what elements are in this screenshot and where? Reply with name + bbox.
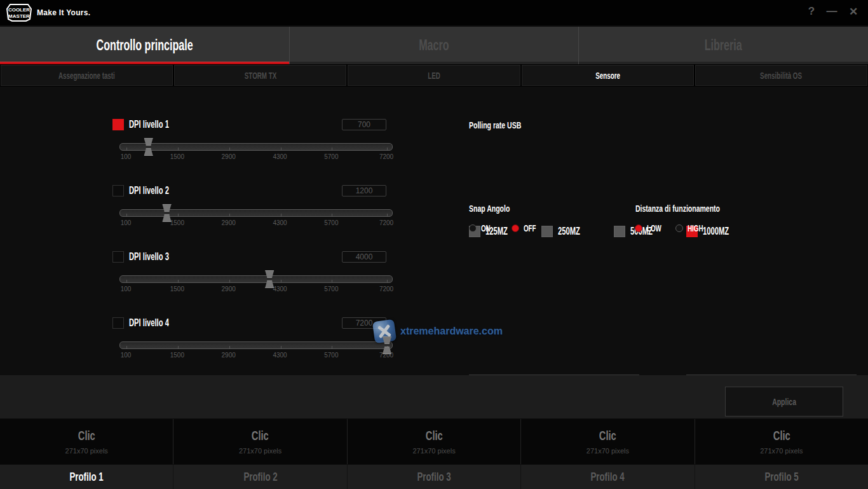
dpi-level-4-checkbox[interactable] [112,317,124,329]
dpi-level-3-slider-track[interactable] [119,275,393,283]
tick-mark [332,214,332,216]
dpi-level-3-tick-labels: 10015002900430057007200 [119,286,393,293]
subtab-sensore[interactable]: Sensore [522,65,694,86]
tick-mark [332,148,332,150]
polling-250-option[interactable]: 250MZ [541,226,590,237]
tab-libreria[interactable]: Libreria [578,27,868,64]
dpi-level-2-slider-track[interactable] [119,209,393,217]
tick-label: 4300 [273,286,287,293]
profile-1-preview[interactable]: Clic 271x70 pixels [0,419,173,464]
sub-tab-bar: Assegnazione tasti STORM TX LED Sensore … [0,64,868,86]
distance-label: Distanza di funzionamento [635,203,720,214]
tick-mark [126,148,127,150]
profile-3-preview[interactable]: Clic 271x70 pixels [348,419,521,464]
cm-storm-app-window: COOLER MASTER Make It Yours. ? — ✕ Contr… [0,0,868,489]
distance-low-radio[interactable] [635,224,642,232]
tab-macro[interactable]: Macro [289,27,579,64]
tab-controllo-principale[interactable]: Controllo principale [0,27,289,64]
tick-mark [332,280,332,282]
dpi-level-1-value-field[interactable]: 700 [342,119,386,130]
subtab-assegnazione-tasti[interactable]: Assegnazione tasti [1,65,173,86]
profile-5-preview[interactable]: Clic 271x70 pixels [695,419,868,464]
tick-mark [126,214,127,216]
dpi-level-1-slider-track[interactable] [119,143,393,151]
subtab-sensibilita-os[interactable]: Sensibilità OS [695,65,867,86]
xtremehardware-watermark: xtremehardware.com [374,320,503,342]
profile-tab-1[interactable]: Profilo 1 [0,465,173,489]
tick-mark [126,280,127,282]
cooler-master-logo-icon: COOLER MASTER [6,3,32,23]
tick-label: 2900 [222,153,236,160]
profile-4-preview[interactable]: Clic 271x70 pixels [521,419,695,464]
dpi-level-4-slider-track[interactable] [119,341,393,349]
profile-tab-4[interactable]: Profilo 4 [521,465,695,489]
distance-low-option[interactable]: LOW [635,223,668,233]
dpi-level-3-slider-handle[interactable] [264,270,275,288]
tick-mark [281,148,281,150]
subtab-led[interactable]: LED [348,65,520,86]
dpi-level-3-label: DPI livello 3 [129,251,169,263]
distance-high-option[interactable]: HIGH [675,223,710,233]
apply-bar: Applica [0,375,868,418]
dpi-level-1-slider-handle[interactable] [143,138,154,156]
dpi-level-2-value-field[interactable]: 1200 [342,185,386,196]
tick-label: 100 [121,219,132,226]
tick-label: 1500 [170,286,184,293]
dpi-level-1-label: DPI livello 1 [129,119,169,130]
profile-2-preview[interactable]: Clic 271x70 pixels [173,419,347,464]
distance-high-radio[interactable] [675,224,683,232]
tick-label: 1500 [170,153,184,160]
dpi-level-4-slider-handle[interactable] [382,336,393,354]
tick-mark [281,280,281,282]
tick-mark [387,148,388,150]
tick-label: 100 [121,286,132,293]
dpi-level-3-checkbox[interactable] [112,251,124,263]
snap-off-radio[interactable] [512,224,519,232]
tick-mark [229,280,230,282]
brand-tagline: Make It Yours. [37,8,90,17]
tick-label: 4300 [273,153,287,160]
apply-button[interactable]: Applica [725,387,843,417]
profile-tab-2[interactable]: Profilo 2 [173,465,347,489]
tick-label: 2900 [222,286,236,293]
dpi-level-2-tick-labels: 10015002900430057007200 [119,219,393,227]
snap-off-option[interactable]: OFF [512,223,541,233]
sensor-panel: DPI livello 1 700 1001500290043005700720… [0,86,868,375]
svg-text:COOLER: COOLER [8,7,30,13]
tick-label: 1500 [170,219,184,226]
help-icon[interactable]: ? [803,5,820,18]
tick-label: 2900 [222,219,236,226]
dpi-level-2-checkbox[interactable] [112,185,124,196]
tick-label: 7200 [379,153,393,160]
tick-label: 100 [121,352,132,359]
dpi-level-3-value-field[interactable]: 4000 [342,251,386,263]
tick-label: 4300 [273,352,287,359]
tick-mark [178,346,179,348]
snap-on-radio[interactable] [469,224,477,232]
profile-tab-5[interactable]: Profilo 5 [695,465,868,489]
main-tab-bar: Controllo principale Macro Libreria [0,27,868,64]
tick-mark [281,346,281,348]
tick-mark [229,214,230,216]
snap-on-option[interactable]: ON [469,223,494,233]
dpi-level-1-tick-labels: 10015002900430057007200 [119,153,393,161]
close-icon[interactable]: ✕ [845,5,862,18]
tick-label: 5700 [324,286,338,293]
tick-label: 4300 [273,219,287,226]
dpi-level-2-row: DPI livello 2 1200 100150029004300570072… [112,184,393,233]
profile-tab-3[interactable]: Profilo 3 [348,465,521,489]
dpi-level-2-slider-handle[interactable] [161,204,172,222]
polling-250-checkbox[interactable] [541,226,553,237]
subtab-storm-tx[interactable]: STORM TX [174,65,346,86]
snap-angle-label: Snap Angolo [469,203,510,214]
dpi-level-4-label: DPI livello 4 [129,317,169,329]
dpi-level-4-value-field[interactable]: 7200 [342,317,386,329]
minimize-icon[interactable]: — [824,5,840,18]
tick-mark [178,214,179,216]
tick-label: 5700 [324,352,338,359]
tick-label: 100 [121,153,132,160]
tick-mark [332,346,332,348]
tick-mark [387,280,388,282]
polling-500-checkbox[interactable] [614,226,625,237]
dpi-level-1-checkbox[interactable] [112,119,124,130]
